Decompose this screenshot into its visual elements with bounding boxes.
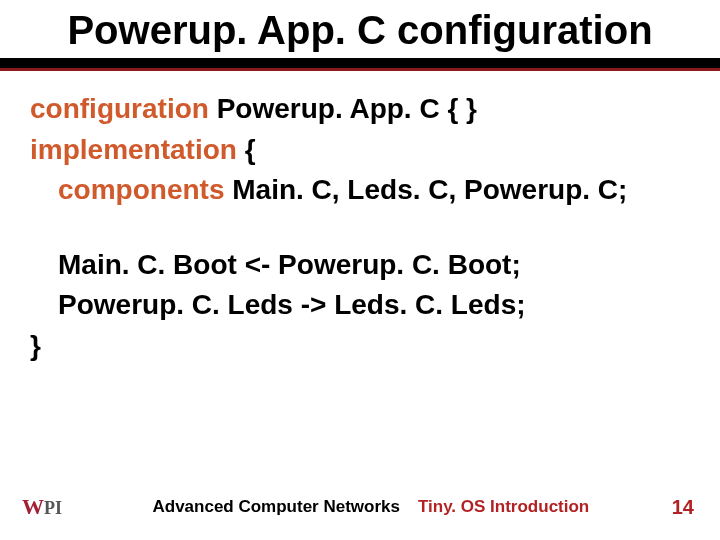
code-line-1: configuration Powerup. App. C { }	[30, 89, 690, 130]
code-line-4: Main. C. Boot <- Powerup. C. Boot;	[30, 245, 690, 286]
footer-center: Advanced Computer Networks Tiny. OS Intr…	[70, 497, 672, 517]
svg-text:PI: PI	[44, 498, 62, 518]
code-line-5: Powerup. C. Leds -> Leds. C. Leds;	[30, 285, 690, 326]
slide-footer: W PI Advanced Computer Networks Tiny. OS…	[0, 492, 720, 522]
code-text: Main. C, Leds. C, Powerup. C;	[232, 174, 627, 205]
footer-course: Advanced Computer Networks	[152, 497, 400, 517]
footer-left: W PI	[22, 492, 70, 522]
footer-topic: Tiny. OS Introduction	[418, 497, 589, 517]
page-number: 14	[672, 496, 694, 519]
blank-line	[30, 211, 690, 245]
code-text: {	[245, 134, 256, 165]
slide-title: Powerup. App. C configuration	[0, 8, 720, 52]
code-line-2: implementation {	[30, 130, 690, 171]
code-line-6: }	[30, 326, 690, 367]
title-band: Powerup. App. C configuration	[0, 0, 720, 58]
keyword-implementation: implementation	[30, 134, 245, 165]
header-black-bar	[0, 58, 720, 68]
svg-text:W: W	[22, 494, 44, 519]
keyword-configuration: configuration	[30, 93, 217, 124]
code-block: configuration Powerup. App. C { } implem…	[0, 71, 720, 367]
keyword-components: components	[58, 174, 232, 205]
wpi-logo: W PI	[22, 492, 70, 522]
code-text: Powerup. App. C { }	[217, 93, 477, 124]
header-maroon-bar	[0, 68, 720, 71]
code-line-3: components Main. C, Leds. C, Powerup. C;	[30, 170, 690, 211]
slide-header: Powerup. App. C configuration	[0, 0, 720, 71]
